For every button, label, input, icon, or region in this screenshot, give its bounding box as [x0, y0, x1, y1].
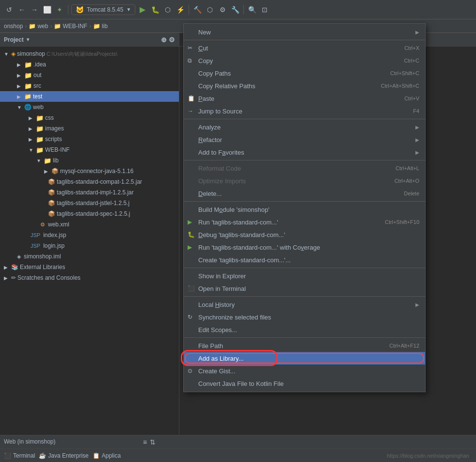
menu-item-local-history-label: Local History	[198, 301, 415, 308]
submenu-arrow-icon: ▶	[415, 137, 419, 143]
menu-item-jump[interactable]: → Jump to Source F4	[184, 105, 425, 117]
jump-icon: →	[188, 108, 193, 114]
menu-item-cut[interactable]: ✂ Cut Ctrl+X	[184, 42, 425, 54]
menu-item-copy-relative[interactable]: Copy Relative Paths Ctrl+Alt+Shift+C	[184, 80, 425, 92]
menu-sep	[184, 201, 425, 202]
menu-item-run-coverage[interactable]: ▶ Run 'taglibs-standard-com...' with Cov…	[184, 241, 425, 254]
menu-item-debug-label: Debug 'taglibs-standard-com...'	[198, 231, 419, 239]
menu-item-copy-paths-label: Copy Paths	[198, 70, 381, 77]
submenu-arrow-icon: ▶	[415, 30, 419, 35]
menu-item-file-path[interactable]: File Path Ctrl+Alt+F12	[184, 339, 425, 352]
menu-item-optimize-label: Optimize Imports	[198, 177, 385, 185]
menu-item-edit-scopes[interactable]: Edit Scopes...	[184, 323, 425, 336]
menu-item-reformat-label: Reformat Code	[198, 165, 386, 172]
submenu-arrow-icon: ▶	[415, 302, 419, 307]
jump-shortcut: F4	[413, 108, 419, 114]
menu-item-create-gist-label: Create Gist...	[198, 367, 419, 375]
menu-item-copy[interactable]: ⧉ Copy Ctrl+C	[184, 54, 425, 67]
menu-item-copy-paths[interactable]: Copy Paths Ctrl+Shift+C	[184, 67, 425, 80]
menu-item-local-history[interactable]: Local History ▶	[184, 298, 425, 311]
menu-sep	[184, 337, 425, 338]
menu-item-jump-label: Jump to Source	[198, 108, 403, 115]
coverage-icon: ▶	[188, 244, 192, 251]
cut-icon: ✂	[188, 45, 192, 51]
menu-item-create[interactable]: Create 'taglibs-standard-com...'...	[184, 254, 425, 266]
copy-icon: ⧉	[188, 57, 192, 64]
run-shortcut: Ctrl+Shift+F10	[385, 219, 419, 225]
terminal-icon: ⬛	[188, 285, 195, 292]
menu-item-edit-scopes-label: Edit Scopes...	[198, 326, 419, 334]
menu-item-refactor-label: Refactor	[198, 136, 415, 143]
copy-relative-shortcut: Ctrl+Alt+Shift+C	[381, 83, 419, 89]
menu-item-delete[interactable]: Delete... Delete	[184, 187, 425, 200]
copy-shortcut: Ctrl+C	[404, 58, 419, 64]
menu-item-analyze[interactable]: Analyze ▶	[184, 121, 425, 133]
menu-item-optimize: Optimize Imports Ctrl+Alt+O	[184, 175, 425, 187]
menu-item-convert-kotlin-label: Convert Java File to Kotlin File	[198, 380, 419, 387]
menu-sep	[184, 40, 425, 40]
copy-paths-shortcut: Ctrl+Shift+C	[390, 70, 419, 76]
optimize-shortcut: Ctrl+Alt+O	[395, 178, 419, 184]
menu-item-copy-relative-label: Copy Relative Paths	[198, 82, 371, 90]
menu-item-run[interactable]: ▶ Run 'taglibs-standard-com...' Ctrl+Shi…	[184, 216, 425, 228]
run-icon: ▶	[188, 219, 192, 225]
context-menu-overlay: New ▶ ✂ Cut Ctrl+X ⧉ Copy Ctrl+C Copy Pa…	[0, 0, 476, 462]
menu-item-build-label: Build Module 'simonshop'	[198, 206, 419, 213]
menu-item-sync[interactable]: ↻ Synchronize selected files	[184, 311, 425, 323]
menu-item-open-terminal[interactable]: ⬛ Open in Terminal	[184, 282, 425, 295]
menu-item-copy-label: Copy	[198, 57, 395, 64]
menu-sep	[184, 160, 425, 160]
menu-item-build[interactable]: Build Module 'simonshop'	[184, 203, 425, 216]
menu-item-run-coverage-label: Run 'taglibs-standard-com...' with Cover…	[198, 244, 419, 251]
menu-item-show-explorer-label: Show in Explorer	[198, 272, 419, 280]
delete-shortcut: Delete	[404, 191, 419, 196]
menu-item-run-label: Run 'taglibs-standard-com...'	[198, 219, 375, 226]
menu-item-convert-kotlin[interactable]: Convert Java File to Kotlin File	[184, 377, 425, 390]
menu-item-paste-label: Paste	[198, 95, 395, 102]
menu-sep	[184, 268, 425, 268]
reformat-shortcut: Ctrl+Alt+L	[396, 165, 419, 171]
menu-item-add-library-label: Add as Library...	[198, 355, 419, 362]
menu-item-refactor[interactable]: Refactor ▶	[184, 133, 425, 146]
menu-sep	[184, 119, 425, 119]
submenu-arrow-icon: ▶	[415, 150, 419, 155]
gist-icon: ⊙	[188, 367, 192, 374]
menu-item-sync-label: Synchronize selected files	[198, 314, 419, 321]
menu-item-open-terminal-label: Open in Terminal	[198, 285, 419, 292]
paste-icon: 📋	[188, 95, 195, 102]
menu-item-favorites[interactable]: Add to Favorites ▶	[184, 146, 425, 159]
menu-item-debug[interactable]: 🐛 Debug 'taglibs-standard-com...'	[184, 228, 425, 241]
menu-item-new[interactable]: New ▶	[184, 26, 425, 38]
menu-item-file-path-label: File Path	[198, 342, 380, 350]
menu-sep	[184, 296, 425, 297]
menu-item-paste[interactable]: 📋 Paste Ctrl+V	[184, 92, 425, 105]
menu-item-reformat: Reformat Code Ctrl+Alt+L	[184, 162, 425, 175]
menu-item-show-explorer[interactable]: Show in Explorer	[184, 270, 425, 282]
menu-item-create-gist[interactable]: ⊙ Create Gist...	[184, 365, 425, 377]
context-menu: New ▶ ✂ Cut Ctrl+X ⧉ Copy Ctrl+C Copy Pa…	[183, 23, 426, 392]
menu-item-analyze-label: Analyze	[198, 124, 415, 131]
cut-shortcut: Ctrl+X	[404, 45, 419, 51]
menu-item-add-library[interactable]: Add as Library...	[184, 352, 425, 365]
submenu-arrow-icon: ▶	[415, 125, 419, 130]
sync-icon: ↻	[188, 314, 192, 320]
debug-icon: 🐛	[188, 231, 195, 238]
menu-item-favorites-label: Add to Favorites	[198, 149, 415, 156]
paste-shortcut: Ctrl+V	[404, 96, 419, 101]
file-path-shortcut: Ctrl+Alt+F12	[389, 343, 419, 349]
menu-item-delete-label: Delete...	[198, 190, 394, 197]
menu-item-create-label: Create 'taglibs-standard-com...'...	[198, 256, 419, 264]
menu-item-new-label: New	[198, 29, 415, 36]
menu-item-cut-label: Cut	[198, 45, 395, 52]
